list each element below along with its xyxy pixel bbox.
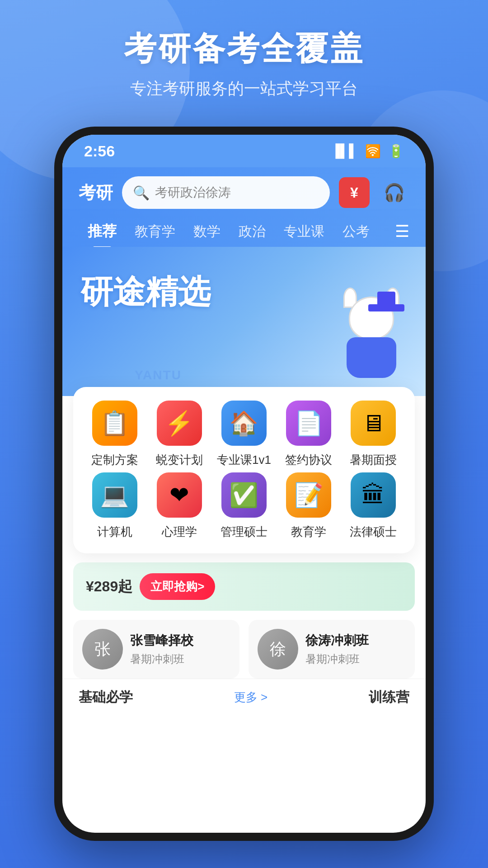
quick-row-2: 💻 计算机 ❤ 心理学 ✅ 管理硕士 📝 教育学 🏛 法律硕士 (82, 472, 406, 540)
banner-title: 研途精选 (80, 274, 211, 310)
teacher-course-zhang: 暑期冲刺班 (130, 652, 230, 666)
quick-icon-metamorphosis: ⚡ (157, 401, 202, 446)
hero-banner: 研途精选 YANTU (62, 247, 426, 396)
coupon-icon: ¥ (350, 184, 358, 201)
headphone-button[interactable]: 🎧 (379, 177, 409, 208)
quick-icon-custom-plan: 📋 (92, 401, 137, 446)
search-icon: 🔍 (133, 185, 150, 201)
nav-tabs: 推荐 教育学 数学 政治 专业课 公考 ☰ (62, 209, 426, 247)
phone-frame: 2:56 ▐▌▌ 🛜 🔋 考研 🔍 考研政治徐涛 ¥ 🎧 推荐 (54, 127, 434, 841)
quick-label-mba: 管理硕士 (221, 524, 267, 540)
tab-recommend[interactable]: 推荐 (79, 216, 126, 247)
quick-label-major-1v1: 专业课1v1 (217, 452, 271, 468)
quick-label-metamorphosis: 蜕变计划 (156, 452, 203, 468)
tab-politics[interactable]: 政治 (230, 217, 275, 246)
wifi-icon: 🛜 (365, 144, 381, 159)
app-header: 考研 🔍 考研政治徐涛 ¥ 🎧 (62, 167, 426, 209)
status-icons: ▐▌▌ 🛜 🔋 (331, 144, 404, 159)
status-time: 2:56 (84, 142, 115, 160)
quick-label-computer: 计算机 (97, 524, 132, 540)
quick-item-custom-plan[interactable]: 📋 定制方案 (85, 401, 144, 468)
quick-access-grid: 📋 定制方案 ⚡ 蜕变计划 🏠 专业课1v1 📄 签约协议 🖥 暑期 (73, 387, 415, 553)
tab-public[interactable]: 公考 (333, 217, 379, 246)
quick-icon-mba: ✅ (221, 472, 267, 518)
teacher-avatar-xu: 徐 (258, 629, 298, 670)
quick-item-metamorphosis[interactable]: ⚡ 蜕变计划 (150, 401, 209, 468)
hero-subtitle: 专注考研服务的一站式学习平台 (0, 78, 488, 100)
quick-label-education: 教育学 (291, 524, 326, 540)
quick-label-psychology: 心理学 (162, 524, 197, 540)
quick-item-law[interactable]: 🏛 法律硕士 (344, 472, 403, 540)
section-nav-basic[interactable]: 基础必学 (79, 688, 133, 707)
quick-item-computer[interactable]: 💻 计算机 (85, 472, 144, 540)
headphone-icon: 🎧 (384, 183, 405, 203)
banner-yantu-text: YANTU (135, 368, 182, 382)
quick-label-custom-plan: 定制方案 (91, 452, 138, 468)
coupon-button[interactable]: ¥ (339, 177, 370, 208)
quick-icon-major-1v1: 🏠 (221, 401, 267, 446)
teacher-course-xu: 暑期冲刺班 (305, 652, 406, 666)
battery-icon: 🔋 (388, 144, 404, 159)
mascot-hat-brim (368, 304, 404, 311)
mascot-torso (347, 337, 396, 378)
phone-screen: 2:56 ▐▌▌ 🛜 🔋 考研 🔍 考研政治徐涛 ¥ 🎧 推荐 (62, 135, 426, 833)
teacher-info-xu: 徐涛冲刺班 暑期冲刺班 (305, 632, 406, 666)
quick-item-agreement[interactable]: 📄 签约协议 (279, 401, 338, 468)
hero-header: 考研备考全覆盖 专注考研服务的一站式学习平台 (0, 27, 488, 100)
quick-row-1: 📋 定制方案 ⚡ 蜕变计划 🏠 专业课1v1 📄 签约协议 🖥 暑期 (82, 401, 406, 468)
quick-item-summer-class[interactable]: 🖥 暑期面授 (344, 401, 403, 468)
quick-label-law: 法律硕士 (350, 524, 397, 540)
section-nav-more[interactable]: 更多 > (234, 689, 267, 705)
section-nav-bar: 基础必学 更多 > 训练营 (62, 679, 426, 716)
signal-icon: ▐▌▌ (331, 144, 358, 158)
quick-icon-law: 🏛 (351, 472, 396, 518)
quick-label-summer-class: 暑期面授 (350, 452, 397, 468)
teacher-section: 张 张雪峰择校 暑期冲刺班 徐 徐涛冲刺班 暑期冲刺班 (73, 620, 415, 679)
teacher-name-xu: 徐涛冲刺班 (305, 632, 406, 649)
quick-icon-education: 📝 (286, 472, 331, 518)
quick-icon-agreement: 📄 (286, 401, 331, 446)
search-bar[interactable]: 🔍 考研政治徐涛 (122, 176, 330, 209)
nav-menu-icon[interactable]: ☰ (395, 222, 409, 241)
search-placeholder: 考研政治徐涛 (155, 184, 231, 201)
tab-major[interactable]: 专业课 (275, 217, 333, 246)
section-nav-training[interactable]: 训练营 (369, 688, 409, 707)
mascot (335, 297, 408, 387)
app-logo: 考研 (79, 181, 113, 204)
teacher-info-zhang: 张雪峰择校 暑期冲刺班 (130, 632, 230, 666)
promo-button[interactable]: 立即抢购> (140, 573, 215, 600)
quick-item-major-1v1[interactable]: 🏠 专业课1v1 (215, 401, 273, 468)
quick-icon-summer-class: 🖥 (351, 401, 396, 446)
teacher-avatar-zhang: 张 (82, 629, 123, 670)
quick-item-mba[interactable]: ✅ 管理硕士 (215, 472, 273, 540)
teacher-card-zhang[interactable]: 张 张雪峰择校 暑期冲刺班 (73, 620, 239, 679)
mascot-head (349, 297, 394, 340)
teacher-card-xu[interactable]: 徐 徐涛冲刺班 暑期冲刺班 (249, 620, 415, 679)
tab-education[interactable]: 教育学 (126, 217, 184, 246)
quick-item-psychology[interactable]: ❤ 心理学 (150, 472, 209, 540)
teacher-name-zhang: 张雪峰择校 (130, 632, 230, 649)
status-bar: 2:56 ▐▌▌ 🛜 🔋 (62, 135, 426, 167)
tab-math[interactable]: 数学 (184, 217, 230, 246)
hero-title: 考研备考全覆盖 (0, 27, 488, 71)
promo-price: ¥289起 (86, 577, 132, 597)
quick-icon-computer: 💻 (92, 472, 137, 518)
quick-label-agreement: 签约协议 (285, 452, 332, 468)
quick-icon-psychology: ❤ (157, 472, 202, 518)
promo-banner: ¥289起 立即抢购> (73, 562, 415, 611)
quick-item-education[interactable]: 📝 教育学 (279, 472, 338, 540)
mascot-hat-top (377, 292, 395, 307)
